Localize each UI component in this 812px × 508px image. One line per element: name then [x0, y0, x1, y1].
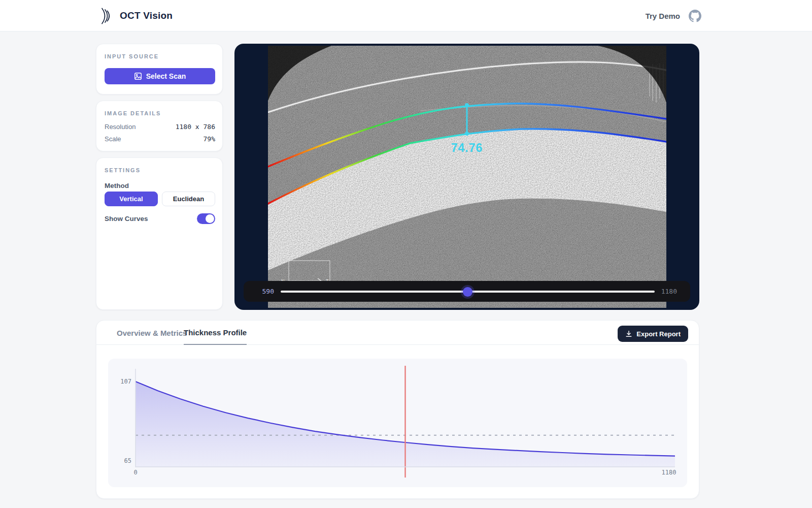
- settings-title: SETTINGS: [105, 167, 141, 173]
- show-curves-label: Show Curves: [105, 215, 148, 223]
- select-scan-button[interactable]: Select Scan: [105, 68, 215, 84]
- results-tabbar: Overview & Metrics Thickness Profile Exp…: [96, 321, 699, 345]
- x-axis-tick: 0: [133, 469, 137, 476]
- app-title: OCT Vision: [120, 10, 173, 21]
- x-axis-tick: 1180: [662, 469, 676, 476]
- scale-value: 79%: [204, 135, 215, 143]
- image-icon: [134, 72, 142, 80]
- export-report-button[interactable]: Export Report: [618, 326, 688, 342]
- input-source-title: INPUT SOURCE: [105, 53, 159, 59]
- resolution-value: 1180 x 786: [176, 123, 215, 131]
- measurement-value: 74.76: [451, 141, 483, 154]
- input-source-card: INPUT SOURCE Select Scan: [96, 44, 223, 94]
- scan-viewer-panel: 74.76 N T 590 1180: [234, 44, 699, 310]
- y-axis-tick: 107: [120, 378, 131, 385]
- export-report-label: Export Report: [636, 330, 681, 338]
- image-details-title: IMAGE DETAILS: [105, 110, 161, 116]
- method-vertical-button[interactable]: Vertical: [105, 192, 158, 206]
- scale-label: Scale: [105, 135, 121, 143]
- resolution-row: Resolution 1180 x 786: [105, 121, 215, 132]
- github-icon[interactable]: [689, 10, 701, 22]
- show-curves-toggle[interactable]: [197, 213, 215, 224]
- settings-card: SETTINGS Method Vertical Euclidean Show …: [96, 157, 223, 310]
- slider-max-value: 1180: [661, 288, 677, 295]
- app-header: OCT Vision Try Demo: [0, 0, 812, 31]
- image-details-card: IMAGE DETAILS Resolution 1180 x 786 Scal…: [96, 101, 223, 151]
- scan-position-slider[interactable]: [281, 287, 655, 296]
- resolution-label: Resolution: [105, 123, 136, 131]
- slider-current-value: 590: [257, 288, 274, 295]
- tab-overview-metrics[interactable]: Overview & Metrics: [117, 321, 187, 345]
- toggle-knob: [206, 214, 214, 223]
- brand: OCT Vision: [98, 7, 173, 25]
- method-segmented-control: Vertical Euclidean: [105, 192, 215, 206]
- download-icon: [625, 330, 632, 337]
- tab-thickness-profile[interactable]: Thickness Profile: [184, 321, 247, 345]
- method-euclidean-button[interactable]: Euclidean: [162, 192, 215, 206]
- try-demo-link[interactable]: Try Demo: [646, 12, 680, 20]
- slider-thumb[interactable]: [463, 287, 472, 297]
- y-axis-tick: 65: [124, 457, 131, 464]
- select-scan-label: Select Scan: [146, 72, 186, 80]
- oct-scan-image[interactable]: 74.76 N T: [268, 46, 666, 308]
- thickness-profile-chart-card: 1076501180: [108, 359, 687, 487]
- results-card: Overview & Metrics Thickness Profile Exp…: [96, 320, 699, 499]
- oct-scan-svg: 74.76 N T: [268, 46, 666, 308]
- scale-row: Scale 79%: [105, 134, 215, 144]
- oct-logo-icon: [98, 7, 114, 25]
- scan-position-slider-bar: 590 1180: [244, 281, 690, 302]
- thickness-profile-chart[interactable]: 1076501180: [114, 365, 679, 481]
- method-label: Method: [105, 182, 129, 189]
